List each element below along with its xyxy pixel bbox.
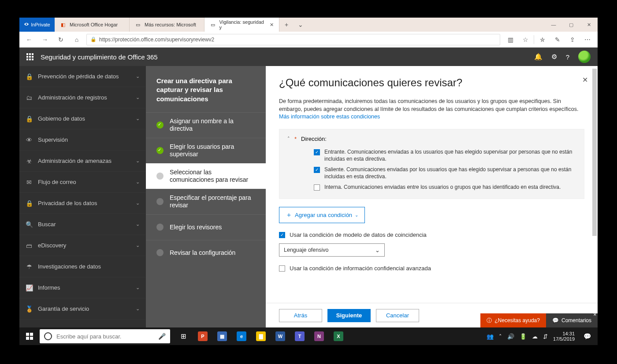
tab-menu-button[interactable]: ⌄ bbox=[294, 21, 308, 28]
checkbox-match-model[interactable] bbox=[279, 232, 285, 238]
browser-tab-2[interactable]: ▭ Vigilancia: seguridad y ✕ bbox=[204, 18, 279, 32]
url-input[interactable]: 🔒 https://protección.office.com/supervis… bbox=[86, 34, 500, 45]
taskbar-search-input[interactable] bbox=[56, 333, 154, 340]
divider bbox=[534, 35, 534, 44]
browser-tab-1[interactable]: ▭ Más recursos: Microsoft bbox=[130, 18, 204, 32]
wizard-steps: Crear una directiva para capturar y revi… bbox=[146, 66, 266, 327]
medal-icon: 🏅 bbox=[26, 305, 33, 313]
people-icon[interactable]: 👥 bbox=[487, 333, 494, 340]
required-asterisk: * bbox=[294, 136, 297, 142]
home-button[interactable]: ⌂ bbox=[71, 36, 83, 43]
avatar[interactable] bbox=[578, 51, 591, 63]
eye-icon: 👁 bbox=[26, 136, 33, 143]
direction-header[interactable]: ˄ * Dirección: bbox=[287, 136, 576, 142]
step-1[interactable]: Asignar un nombre a la directiva bbox=[146, 112, 266, 138]
need-help-chip[interactable]: ⓘ ¿Necesitas ayuda? bbox=[480, 313, 546, 327]
app-onenote[interactable]: N bbox=[309, 327, 329, 345]
app-teams[interactable]: T bbox=[290, 327, 309, 345]
step-5[interactable]: Elegir los revisores bbox=[146, 214, 266, 240]
close-window-button[interactable]: ✕ bbox=[580, 18, 598, 32]
more-icon[interactable]: ⋯ bbox=[581, 36, 594, 43]
nav-search[interactable]: 🔍Buscar⌄ bbox=[19, 214, 146, 235]
step-bullet-icon bbox=[156, 198, 164, 205]
cancel-button[interactable]: Cancelar bbox=[376, 309, 419, 322]
step-3[interactable]: Seleccionar las comunicaciones para revi… bbox=[146, 163, 266, 189]
volume-icon[interactable]: 🔊 bbox=[507, 333, 514, 340]
refresh-button[interactable]: ↻ bbox=[55, 36, 67, 43]
step-2[interactable]: Elegir los usuarios para supervisar bbox=[146, 138, 266, 163]
direction-outbound-row: Saliente. Comunicaciones enviadas por lo… bbox=[287, 164, 576, 182]
nav-assurance[interactable]: 🏅Garantía de servicio⌄ bbox=[19, 298, 146, 320]
nav-records[interactable]: 🗂Administración de registros⌄ bbox=[19, 87, 146, 108]
tray-chevron-icon[interactable]: ˄ bbox=[499, 333, 502, 340]
favorites-list-icon[interactable]: ✮ bbox=[536, 36, 549, 43]
app-explorer[interactable]: ▇ bbox=[251, 327, 271, 345]
close-icon[interactable]: ✕ bbox=[270, 22, 274, 28]
checkbox-sensitive-info[interactable] bbox=[279, 265, 285, 272]
comments-chip[interactable]: 💬 Comentarios ✕ bbox=[546, 313, 598, 327]
taskbar-search[interactable]: 🎤 bbox=[40, 329, 170, 343]
match-condition-row: Usar la condición de modelo de datos de … bbox=[279, 231, 584, 238]
checkbox-outbound[interactable] bbox=[314, 167, 320, 173]
action-center-icon[interactable]: 💬 bbox=[580, 327, 594, 345]
nav-privacy[interactable]: 🔒Privacidad de los datos⌄ bbox=[19, 193, 146, 214]
nav-ediscovery[interactable]: 🗃eDiscovery⌄ bbox=[19, 235, 146, 256]
checkbox-inbound[interactable] bbox=[314, 149, 320, 155]
wizard-content: ✕ ¿Qué comunicaciones quieres revisar? D… bbox=[266, 66, 598, 327]
onedrive-icon[interactable]: ☁ bbox=[532, 333, 538, 340]
reading-view-icon[interactable]: ▥ bbox=[504, 36, 517, 43]
wizard-footer: Atrás Siguiente Cancelar ⓘ ¿Necesitas ay… bbox=[266, 303, 598, 327]
next-button[interactable]: Siguiente bbox=[327, 309, 371, 322]
network-icon[interactable]: ⇵ bbox=[543, 333, 548, 340]
app-word[interactable]: W bbox=[271, 327, 290, 345]
workspace: 🔒Prevención de pérdida de datos⌄ 🗂Admini… bbox=[19, 66, 598, 327]
chevron-down-icon: ⌄ bbox=[136, 158, 140, 164]
start-button[interactable] bbox=[19, 327, 40, 345]
mic-icon[interactable]: 🎤 bbox=[158, 333, 166, 340]
app-edge[interactable]: e bbox=[232, 327, 251, 345]
back-button[interactable]: Atrás bbox=[279, 309, 322, 322]
checkbox-internal[interactable] bbox=[314, 184, 320, 191]
notifications-icon[interactable]: 🔔 bbox=[534, 53, 543, 61]
favorite-icon[interactable]: ☆ bbox=[519, 36, 532, 43]
maximize-button[interactable]: ▢ bbox=[562, 18, 580, 32]
battery-icon[interactable]: 🔋 bbox=[520, 333, 527, 340]
browser-tab-0[interactable]: ◧ Microsoft Office Hogar bbox=[55, 18, 130, 32]
scrollbar[interactable] bbox=[591, 66, 598, 327]
app-calendar[interactable]: ▦ bbox=[212, 327, 232, 345]
close-panel-button[interactable]: ✕ bbox=[582, 76, 588, 84]
nav-supervision[interactable]: 👁Supervisión bbox=[19, 129, 146, 151]
clock[interactable]: 14:31 17/5/2019 bbox=[553, 331, 575, 342]
nav-datagov[interactable]: 🔒Gobierno de datos⌄ bbox=[19, 108, 146, 129]
forward-button[interactable]: → bbox=[39, 36, 51, 43]
chevron-down-icon: ⌄ bbox=[136, 243, 140, 248]
step-4[interactable]: Especificar el porcentaje para revisar bbox=[146, 189, 266, 214]
help-icon[interactable]: ? bbox=[566, 53, 569, 61]
sensitive-condition-row: Usar la condición de información confide… bbox=[279, 265, 584, 272]
nav-dlp[interactable]: 🔒Prevención de pérdida de datos⌄ bbox=[19, 66, 146, 87]
close-icon[interactable]: ✕ bbox=[593, 313, 597, 317]
address-bar: ← → ↻ ⌂ 🔒 https://protección.office.com/… bbox=[19, 32, 598, 48]
nav-threat[interactable]: ☣Administración de amenazas⌄ bbox=[19, 151, 146, 172]
app-launcher-icon[interactable] bbox=[26, 53, 33, 60]
scrollbar-thumb[interactable] bbox=[592, 69, 597, 236]
more-info-link[interactable]: Más información sobre estas condiciones bbox=[279, 114, 380, 120]
content-scroll[interactable]: ¿Qué comunicaciones quieres revisar? De … bbox=[266, 66, 598, 303]
minimize-button[interactable]: — bbox=[545, 18, 562, 32]
add-condition-button[interactable]: ＋ Agregar una condición ⌄ bbox=[279, 207, 365, 223]
new-tab-button[interactable]: + bbox=[279, 21, 294, 28]
checkbox-inbound-label: Entrante. Comunicaciones enviadas a los … bbox=[324, 148, 576, 162]
app-excel[interactable]: X bbox=[329, 327, 348, 345]
nav-mailflow[interactable]: ✉Flujo de correo⌄ bbox=[19, 172, 146, 193]
step-6[interactable]: Revisar la configuración bbox=[146, 240, 266, 265]
task-icons: ⊞ P ▦ e ▇ W T N X bbox=[174, 327, 348, 345]
nav-reports[interactable]: 📈Informes⌄ bbox=[19, 277, 146, 298]
nav-investigations[interactable]: ☂Investigaciones de datos bbox=[19, 256, 146, 277]
share-icon[interactable]: ⇪ bbox=[566, 36, 579, 43]
back-button[interactable]: ← bbox=[23, 36, 35, 43]
app-powerpoint[interactable]: P bbox=[193, 327, 212, 345]
model-select[interactable]: Lenguaje ofensivo ⌄ bbox=[279, 243, 385, 257]
settings-icon[interactable]: ⚙ bbox=[551, 53, 557, 61]
task-view-icon[interactable]: ⊞ bbox=[174, 327, 193, 345]
notes-icon[interactable]: ✎ bbox=[551, 36, 564, 43]
